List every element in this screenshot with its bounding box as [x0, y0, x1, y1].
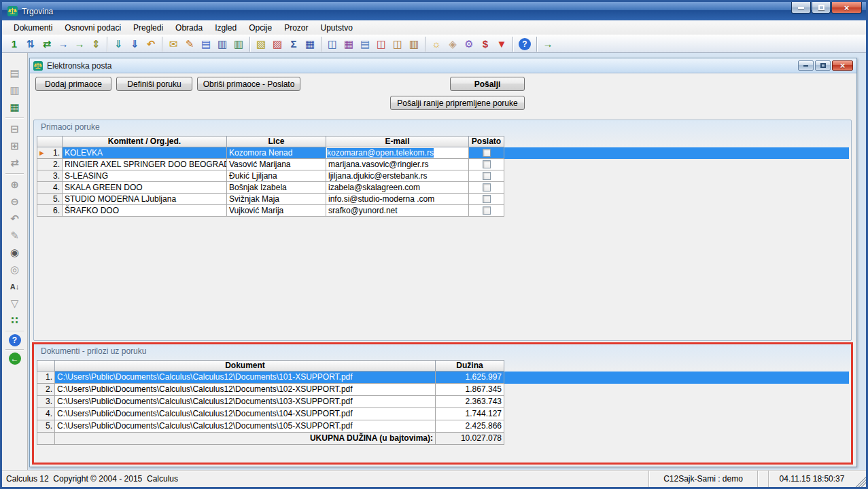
- folder-revert-icon[interactable]: ↶: [143, 37, 158, 52]
- define-message-button[interactable]: Definiši poruku: [116, 77, 192, 91]
- message-record-icon[interactable]: ▤: [198, 37, 213, 52]
- fit-columns-icon[interactable]: ∷: [6, 312, 24, 328]
- side-toolbar: ▤▥▦⊟⊞⇄⊕⊖↶✎◉◎A↓▽∷?←: [2, 53, 28, 470]
- add-recipients-button[interactable]: Dodaj primaoce: [35, 77, 111, 91]
- poslato-checkbox[interactable]: [483, 183, 491, 192]
- pages-tip-icon[interactable]: ▧: [254, 37, 268, 52]
- filter-icon[interactable]: ▽: [6, 295, 24, 311]
- sum-icon[interactable]: Σ: [286, 37, 301, 52]
- menu-item-izgled[interactable]: Izgled: [209, 22, 243, 34]
- print-preview-icon[interactable]: ⊞: [6, 138, 24, 153]
- lightbulb-icon[interactable]: ☼: [429, 37, 444, 52]
- attachment-row[interactable]: 1. C:\Users\Public\Documents\Calculus\Ca…: [37, 372, 504, 384]
- menu-item-prozor[interactable]: Prozor: [278, 22, 314, 34]
- copy-pages-icon[interactable]: ⇄: [6, 155, 24, 170]
- folder-import-blue-icon[interactable]: ⇓: [127, 37, 142, 52]
- document-size-cell: 1.744.127: [436, 408, 504, 420]
- folder-import-cyan-icon[interactable]: ⇓: [111, 37, 126, 52]
- menu-item-osnovni-podaci[interactable]: Osnovni podaci: [58, 22, 127, 34]
- poslato-header[interactable]: Poslato: [469, 136, 504, 147]
- recipient-row[interactable]: 2. RINGIER AXEL SPRINGER DOO BEOGRAD Vas…: [37, 159, 504, 170]
- menu-item-dokumenti[interactable]: Dokumenti: [7, 22, 58, 34]
- exit-icon[interactable]: →: [540, 37, 555, 52]
- attachment-row[interactable]: 4. C:\Users\Public\Documents\Calculus\Ca…: [37, 408, 504, 420]
- export-refresh-icon[interactable]: ⇄: [39, 37, 54, 52]
- dialog-close-button[interactable]: ×: [832, 60, 853, 71]
- recipient-row[interactable]: 4. SKALA GREEN DOO Bošnjak Izabela izabe…: [37, 182, 504, 194]
- page-forward-green-icon[interactable]: →: [72, 37, 87, 52]
- recipient-row[interactable]: 5. STUDIO MODERNA LJubljana Svižnjak Maj…: [37, 194, 504, 205]
- close-button[interactable]: ×: [831, 2, 862, 14]
- settings-gear-icon[interactable]: ⚙: [462, 37, 476, 52]
- back-icon[interactable]: ←: [9, 352, 21, 365]
- undo-icon[interactable]: ↶: [6, 211, 24, 226]
- new-document-icon[interactable]: 1: [7, 37, 22, 52]
- dialog-icon: [33, 61, 43, 71]
- lice-header[interactable]: Lice: [227, 136, 326, 147]
- poslato-checkbox[interactable]: [483, 206, 491, 215]
- sidebar-help-icon[interactable]: ?: [9, 334, 21, 346]
- dialog-titlebar: Elektronska posta ×: [30, 58, 856, 73]
- recipient-row[interactable]: ►1. KOLEVKA Kozomora Nenad kozomaran@ope…: [37, 147, 504, 159]
- help-icon[interactable]: ?: [519, 38, 531, 50]
- dialog-maximize-button[interactable]: [815, 60, 831, 71]
- recipient-row[interactable]: 6. ŠRAFKO DOO Vujković Marija srafko@yun…: [37, 205, 504, 217]
- menu-item-pregledi[interactable]: Pregledi: [127, 22, 169, 34]
- menu-item-obrada[interactable]: Obrada: [169, 22, 209, 34]
- book-record-green-icon[interactable]: ▥: [231, 37, 246, 52]
- table-columns-icon[interactable]: ◫: [325, 37, 340, 52]
- menu-item-opcije[interactable]: Opcije: [243, 22, 278, 34]
- print-icon[interactable]: ⊟: [6, 121, 24, 137]
- maximize-button[interactable]: [812, 2, 831, 14]
- mail-icon[interactable]: ✉: [166, 37, 181, 52]
- book-record-blue-icon[interactable]: ▥: [215, 37, 230, 52]
- document-size-cell: 2.363.743: [436, 396, 504, 408]
- recipient-row[interactable]: 3. S-LEASING Đukić Ljiljana ljiljana.dju…: [37, 170, 504, 182]
- poslato-checkbox[interactable]: [483, 149, 491, 157]
- duzina-header[interactable]: Dužina: [436, 360, 504, 372]
- toolbar-separator: [536, 37, 537, 52]
- attachment-row[interactable]: 5. C:\Users\Public\Documents\Calculus\Ca…: [37, 420, 504, 433]
- price-list-icon[interactable]: $: [478, 37, 493, 52]
- sort-az-icon[interactable]: A↓: [6, 278, 24, 294]
- send-button[interactable]: Pošalji: [450, 77, 525, 91]
- page-forward-blue-icon[interactable]: →: [56, 37, 71, 52]
- find-icon[interactable]: ◉: [6, 244, 24, 260]
- pages-copy-icon[interactable]: ▤: [358, 37, 372, 52]
- import-refresh-icon[interactable]: ⇅: [23, 37, 38, 52]
- edit-message-icon[interactable]: ✎: [182, 37, 197, 52]
- poslato-checkbox[interactable]: [483, 195, 491, 203]
- email-header[interactable]: E-mail: [326, 136, 469, 147]
- add-row-icon[interactable]: ⊕: [6, 177, 24, 192]
- window-title: Trgovina: [22, 7, 53, 16]
- poslato-checkbox[interactable]: [483, 172, 491, 180]
- edit-cell-icon[interactable]: ✎: [6, 228, 24, 243]
- send-prepared-button[interactable]: Pošalji ranije pripremljene poruke: [390, 96, 525, 110]
- delete-row-icon[interactable]: ⊖: [6, 194, 24, 209]
- save-icon[interactable]: ▤: [6, 65, 24, 81]
- attachment-row[interactable]: 3. C:\Users\Public\Documents\Calculus\Ca…: [37, 396, 504, 408]
- minimize-button[interactable]: [791, 2, 811, 14]
- poslato-checkbox[interactable]: [483, 160, 491, 168]
- dokument-header[interactable]: Dokument: [55, 360, 436, 372]
- table-delete-icon[interactable]: ◫: [374, 37, 389, 52]
- table-person-icon[interactable]: ◫: [390, 37, 405, 52]
- export-grid-icon[interactable]: ▦: [6, 99, 24, 115]
- delete-sent-recipients-button[interactable]: Obriši primaoce - Poslato: [197, 77, 300, 91]
- calendar-icon[interactable]: ▦: [302, 37, 317, 52]
- dialog-minimize-button[interactable]: [798, 60, 814, 71]
- menu-item-uputstvo[interactable]: Uputstvo: [315, 22, 359, 34]
- komitent-header[interactable]: Komitent / Org.jed.: [63, 136, 227, 147]
- book-tip-icon[interactable]: ▥: [406, 37, 421, 52]
- resize-grip[interactable]: [855, 471, 866, 487]
- save-all-icon[interactable]: ▥: [6, 82, 24, 98]
- table-colored-icon[interactable]: ▦: [341, 37, 356, 52]
- pages-delete-icon[interactable]: ▨: [270, 37, 285, 52]
- email-input[interactable]: kozomaran@open.telekom.rs: [326, 147, 468, 158]
- attachment-row[interactable]: 2. C:\Users\Public\Documents\Calculus\Ca…: [37, 384, 504, 396]
- page-compress-icon[interactable]: ⇕: [88, 37, 103, 52]
- row-number-header: [37, 136, 63, 147]
- delete-mark-icon[interactable]: ▼: [494, 37, 509, 52]
- find-next-icon[interactable]: ◎: [6, 261, 24, 277]
- tag-icon[interactable]: ◈: [445, 37, 460, 52]
